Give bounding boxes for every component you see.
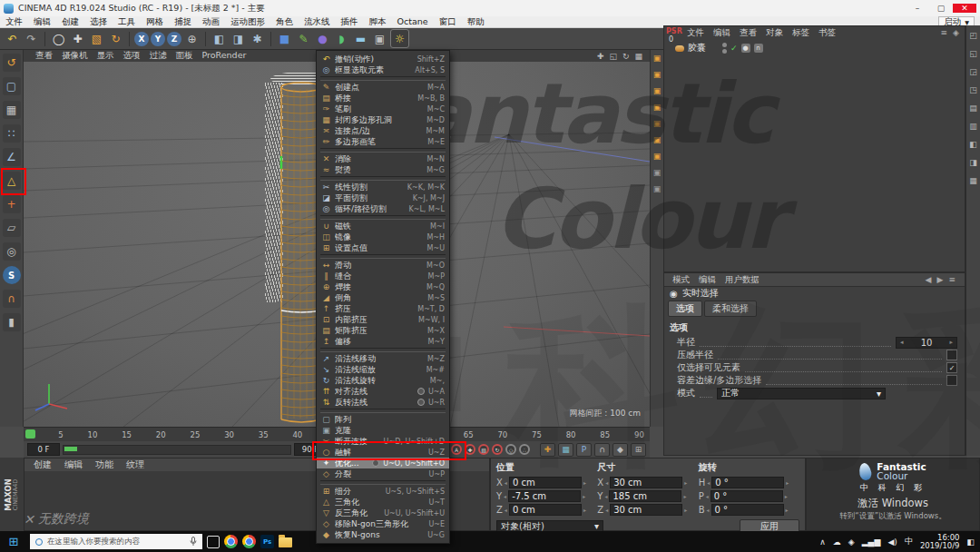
- viewport-menu-item[interactable]: 面板: [172, 50, 198, 62]
- command-palette-icon[interactable]: ▣: [653, 86, 662, 95]
- layout-preset-icon[interactable]: ◲: [969, 67, 977, 76]
- material-menu-item[interactable]: 创建: [28, 458, 57, 471]
- context-menu-item[interactable]: ◎ 循环/路径切割 K~L, M~L: [317, 203, 449, 214]
- menubar-item[interactable]: 运动图形: [225, 16, 270, 28]
- command-palette-icon[interactable]: ▣: [653, 54, 662, 63]
- spin-right-icon[interactable]: ▸: [583, 493, 585, 499]
- layout-preset-icon[interactable]: ◨: [969, 158, 977, 167]
- context-menu-item[interactable]: ✎ 创建点 M~A: [317, 82, 449, 93]
- context-menu-item[interactable]: ○ 融解 U~Z: [317, 447, 449, 458]
- tray-icon[interactable]: ☁: [833, 537, 841, 547]
- toolbar-icon[interactable]: ↻: [107, 30, 124, 47]
- menubar-item[interactable]: 角色: [270, 16, 299, 28]
- context-menu-item[interactable]: ⊞ 细分 U~S, U~Shift+S: [317, 486, 449, 497]
- toolbar-icon[interactable]: Z: [167, 32, 181, 46]
- menubar-item[interactable]: 创建: [56, 16, 84, 28]
- spin-right-icon[interactable]: ▸: [684, 507, 687, 513]
- rotation-field[interactable]: 0 °: [710, 490, 783, 502]
- object-manager-menu-item[interactable]: 文件: [682, 27, 709, 39]
- spin-right-icon[interactable]: ▸: [583, 507, 586, 513]
- menubar-item[interactable]: 编辑: [28, 16, 56, 28]
- context-menu-item[interactable]: ◇ 分裂 U~P: [317, 468, 449, 479]
- timeline-tool-icon[interactable]: ⊞: [631, 443, 646, 457]
- toolbar-icon[interactable]: ↶: [4, 30, 21, 47]
- spin-left-icon[interactable]: ◂: [707, 479, 710, 486]
- layout-preset-icon[interactable]: ◳: [969, 85, 977, 94]
- object-manager-header-icon[interactable]: ≡: [941, 28, 948, 37]
- layout-preset-icon[interactable]: ▥: [969, 122, 977, 131]
- menubar-item[interactable]: 插件: [336, 16, 364, 28]
- position-field[interactable]: 0 cm: [509, 477, 582, 488]
- mode-icon[interactable]: △: [3, 172, 21, 190]
- timeline-playhead[interactable]: [25, 429, 35, 439]
- mode-icon[interactable]: ↺: [3, 54, 21, 72]
- toolbar-icon[interactable]: ◯: [50, 30, 67, 47]
- menubar-item[interactable]: 动画: [197, 16, 225, 28]
- phong-tag-icon[interactable]: n: [754, 44, 763, 53]
- spin-right-icon[interactable]: ▸: [684, 479, 687, 486]
- slider-handle[interactable]: [64, 447, 77, 451]
- tray-icon[interactable]: 中: [905, 536, 913, 547]
- record-button[interactable]: ↻: [492, 444, 503, 455]
- context-menu-item[interactable]: △ 三角化 U~T: [317, 497, 449, 508]
- spin-left-icon[interactable]: ◂: [505, 507, 507, 513]
- context-menu-item[interactable]: ◢ 倒角 M~S: [317, 292, 449, 303]
- material-menu-item[interactable]: 纹理: [121, 458, 150, 471]
- viewport-menu-item[interactable]: 过滤: [145, 50, 172, 62]
- viewport-menu-item[interactable]: ProRender: [198, 50, 251, 62]
- context-menu-item[interactable]: [320, 254, 446, 259]
- spin-left-icon[interactable]: ◂: [604, 493, 607, 499]
- mode-icon[interactable]: ∩: [3, 290, 21, 308]
- view-control-icon[interactable]: ✚: [597, 52, 604, 61]
- command-palette-icon[interactable]: ▣: [653, 168, 662, 177]
- spin-right-icon[interactable]: ▸: [583, 479, 586, 486]
- context-menu-item[interactable]: ◪ 平面切割 K~J, M~J: [317, 192, 449, 203]
- context-menu-item[interactable]: [320, 148, 446, 153]
- task-view-icon[interactable]: [207, 536, 220, 548]
- context-menu-item[interactable]: ✂ 线性切割 K~K, M~K: [317, 182, 449, 192]
- attribute-header-icon[interactable]: ◀: [926, 275, 932, 284]
- close-button[interactable]: ✕: [953, 4, 976, 13]
- rotation-field[interactable]: 0 °: [711, 504, 784, 516]
- context-menu-item[interactable]: ↶ 撤销(动作) Shift+Z: [317, 54, 449, 64]
- command-palette-icon[interactable]: ▣: [653, 103, 662, 112]
- toolbar-icon[interactable]: ✎: [295, 30, 312, 47]
- position-field[interactable]: 0 cm: [509, 504, 582, 516]
- object-manager-menu-item[interactable]: 标签: [788, 27, 814, 39]
- toolbar-icon[interactable]: ▧: [88, 30, 105, 47]
- attribute-tab[interactable]: 柔和选择: [704, 301, 757, 317]
- object-manager-header-icon[interactable]: ◈: [953, 28, 959, 37]
- radius-input[interactable]: ◂ 10 ▸: [896, 337, 957, 349]
- mode-icon[interactable]: +: [3, 195, 21, 213]
- enabled-check-icon[interactable]: ✓: [730, 44, 738, 53]
- context-menu-item[interactable]: ↻ 沿法线旋转 M~,: [317, 375, 449, 386]
- tolerant-checkbox[interactable]: [946, 375, 957, 386]
- attribute-menu-item[interactable]: 用户数据: [720, 274, 764, 286]
- context-menu-item[interactable]: [320, 348, 446, 352]
- context-menu-item[interactable]: ⇈ 对齐法线 U~A: [317, 386, 449, 397]
- object-manager-menu-item[interactable]: 书签: [814, 27, 840, 39]
- context-menu-item[interactable]: ⇅ 反转法线 U~R: [317, 397, 449, 408]
- mode-icon[interactable]: ▦: [3, 101, 21, 119]
- attribute-header-icon[interactable]: ≡: [948, 275, 956, 284]
- record-button[interactable]: ∴: [519, 444, 530, 455]
- spin-right-icon[interactable]: ▸: [785, 493, 788, 499]
- attribute-menu-item[interactable]: 模式: [668, 274, 694, 286]
- command-palette-icon[interactable]: ▣: [653, 70, 662, 79]
- menubar-item[interactable]: 文件: [0, 16, 28, 28]
- spin-left-icon[interactable]: ◂: [505, 479, 507, 486]
- context-menu-item[interactable]: [320, 409, 446, 413]
- material-menu-item[interactable]: 编辑: [59, 458, 88, 471]
- tray-icon[interactable]: ◈: [848, 537, 855, 547]
- view-control-icon[interactable]: ◱: [609, 52, 617, 61]
- context-menu-item[interactable]: ▢ 阵列: [317, 414, 449, 425]
- timeline-tool-icon[interactable]: ◆: [612, 443, 628, 457]
- layout-preset-icon[interactable]: ◰: [969, 31, 977, 40]
- toolbar-icon[interactable]: ⊕: [183, 30, 201, 47]
- context-menu-item[interactable]: ↘ 沿法线缩放 M~#: [317, 364, 449, 375]
- command-palette-icon[interactable]: ▣: [653, 152, 662, 161]
- context-menu-item[interactable]: ▽ 反三角化 U~U, U~Shift+U: [317, 508, 449, 518]
- maximize-button[interactable]: ▢: [929, 4, 953, 13]
- spin-left-icon[interactable]: ◂: [605, 507, 608, 513]
- context-menu-item[interactable]: ◫ 镜像 M~H: [317, 232, 449, 242]
